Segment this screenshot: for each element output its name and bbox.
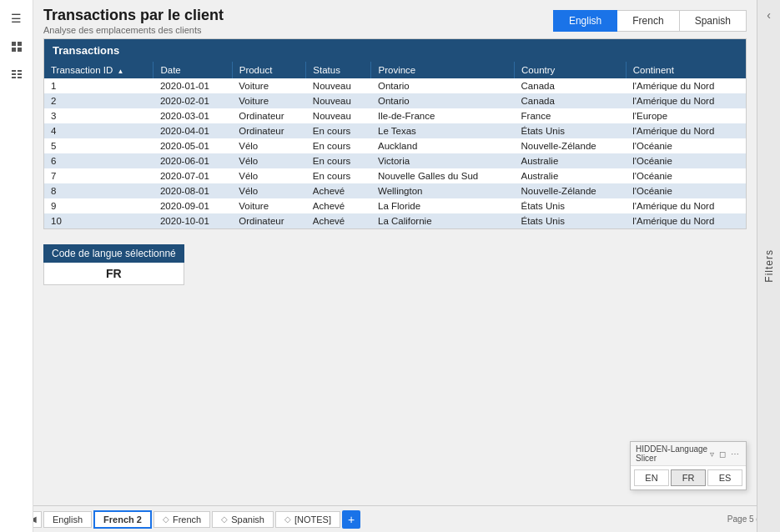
transactions-container: Transactions Transaction ID ▲ Date Produ… bbox=[43, 38, 747, 229]
svg-rect-7 bbox=[18, 73, 22, 75]
slicer-header: HIDDEN-Language Slicer ▿ ◻ ⋯ bbox=[631, 442, 746, 466]
language-button-group: English French Spanish bbox=[553, 10, 747, 32]
slicer-btn-en[interactable]: EN bbox=[634, 469, 669, 486]
col-transaction-id: Transaction ID ▲ bbox=[44, 62, 153, 78]
slicer-btn-fr[interactable]: FR bbox=[671, 469, 706, 486]
tab-french[interactable]: ◇ French bbox=[153, 511, 210, 528]
lang-code-block: Code de langue sélectionné FR bbox=[43, 244, 184, 285]
tab-notes-icon: ◇ bbox=[284, 514, 291, 524]
col-continent: Continent bbox=[626, 62, 746, 78]
lang-btn-french[interactable]: French bbox=[617, 10, 679, 32]
col-date: Date bbox=[153, 62, 232, 78]
svg-rect-1 bbox=[18, 42, 22, 46]
tab-notes[interactable]: ◇ [NOTES] bbox=[275, 511, 340, 528]
left-sidebar: ☰ bbox=[0, 0, 33, 532]
table-row: 22020-02-01VoitureNouveauOntarioCanadal'… bbox=[44, 93, 746, 108]
lang-btn-english[interactable]: English bbox=[553, 10, 617, 32]
table-row: 52020-05-01VéloEn coursAucklandNouvelle-… bbox=[44, 138, 746, 153]
right-sidebar[interactable]: ‹ Filters bbox=[757, 0, 780, 532]
slicer-expand-icon[interactable]: ◻ bbox=[717, 449, 727, 459]
slicer-more-icon[interactable]: ⋯ bbox=[729, 449, 741, 459]
page-subtitle: Analyse des emplacements des clients bbox=[43, 25, 224, 35]
grid-icon-2[interactable] bbox=[5, 63, 28, 87]
table-row: 62020-06-01VéloEn coursVictoriaAustralie… bbox=[44, 153, 746, 168]
title-block: Transactions par le client Analyse des e… bbox=[43, 7, 224, 35]
tab-spanish-label: Spanish bbox=[231, 514, 264, 524]
tab-notes-label: [NOTES] bbox=[294, 514, 331, 524]
tab-french2-label: French 2 bbox=[103, 514, 142, 524]
lang-code-title: Code de langue sélectionné bbox=[43, 244, 184, 263]
svg-rect-4 bbox=[12, 70, 16, 72]
svg-rect-3 bbox=[18, 48, 22, 52]
svg-rect-6 bbox=[12, 73, 16, 75]
transactions-table: Transaction ID ▲ Date Product Status Pro… bbox=[44, 62, 746, 228]
tab-spanish[interactable]: ◇ Spanish bbox=[212, 511, 274, 528]
slicer-filter-icon[interactable]: ▿ bbox=[708, 449, 716, 459]
transactions-section-title: Transactions bbox=[44, 39, 746, 62]
table-row: 82020-08-01VéloAchevéWellingtonNouvelle-… bbox=[44, 183, 746, 198]
grid-icon-1[interactable] bbox=[5, 35, 28, 58]
slicer-icon-group: ▿ ◻ ⋯ bbox=[708, 449, 741, 459]
tab-spanish-icon: ◇ bbox=[221, 514, 228, 524]
language-slicer: HIDDEN-Language Slicer ▿ ◻ ⋯ EN FR ES bbox=[630, 441, 747, 490]
col-product: Product bbox=[232, 62, 306, 78]
table-row: 72020-07-01VéloEn coursNouvelle Galles d… bbox=[44, 168, 746, 183]
table-row: 32020-03-01OrdinateurNouveauIle-de-Franc… bbox=[44, 108, 746, 123]
svg-rect-9 bbox=[18, 77, 22, 78]
svg-rect-0 bbox=[12, 42, 16, 46]
svg-rect-2 bbox=[12, 48, 16, 52]
slicer-body: EN FR ES bbox=[631, 466, 746, 489]
col-status: Status bbox=[306, 62, 371, 78]
hamburger-icon[interactable]: ☰ bbox=[5, 7, 28, 30]
lang-btn-spanish[interactable]: Spanish bbox=[680, 10, 747, 32]
add-tab-button[interactable]: + bbox=[342, 510, 360, 529]
filters-label: Filters bbox=[763, 249, 775, 283]
tab-english[interactable]: English bbox=[43, 511, 92, 528]
slicer-btn-es[interactable]: ES bbox=[707, 469, 742, 486]
table-row: 92020-09-01VoitureAchevéLa FlorideÉtats … bbox=[44, 198, 746, 213]
header: Transactions par le client Analyse des e… bbox=[33, 0, 757, 38]
col-province: Province bbox=[371, 62, 515, 78]
col-country: Country bbox=[515, 62, 627, 78]
tab-french-icon: ◇ bbox=[163, 514, 169, 524]
tab-english-label: English bbox=[53, 514, 83, 524]
slicer-title: HIDDEN-Language Slicer bbox=[636, 444, 708, 463]
page-title: Transactions par le client bbox=[43, 7, 224, 24]
tab-french-label: French bbox=[173, 514, 201, 524]
lang-code-value: FR bbox=[43, 263, 184, 285]
table-row: 102020-10-01OrdinateurAchevéLa Californi… bbox=[44, 213, 746, 228]
table-body: 12020-01-01VoitureNouveauOntarioCanadal'… bbox=[44, 78, 746, 228]
collapse-arrow[interactable]: ‹ bbox=[767, 8, 771, 22]
tab-french2[interactable]: French 2 bbox=[93, 510, 152, 529]
table-row: 42020-04-01OrdinateurEn coursLe TexasÉta… bbox=[44, 123, 746, 138]
bottom-bar: ◀◀ ◀ English French 2 ◇ French ◇ Spanish… bbox=[0, 505, 780, 532]
svg-rect-8 bbox=[12, 77, 16, 78]
table-header-row: Transaction ID ▲ Date Product Status Pro… bbox=[44, 62, 746, 78]
svg-rect-5 bbox=[18, 70, 22, 72]
table-row: 12020-01-01VoitureNouveauOntarioCanadal'… bbox=[44, 78, 746, 93]
main-content: Transactions par le client Analyse des e… bbox=[33, 0, 757, 505]
